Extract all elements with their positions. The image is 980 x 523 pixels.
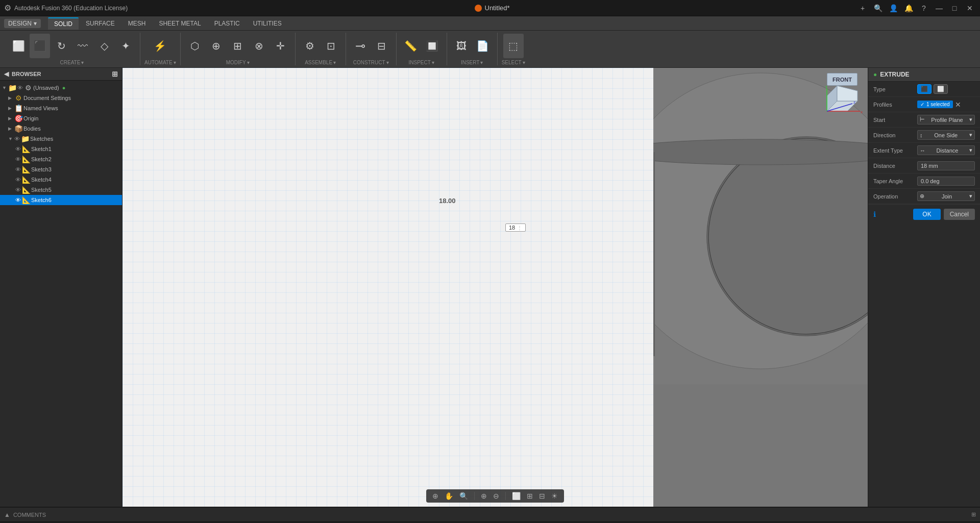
- dimension-menu-icon[interactable]: ⋮: [517, 225, 522, 231]
- start-dropdown[interactable]: ⊢ Profile Plane ▾: [917, 115, 975, 124]
- tree-sketches[interactable]: ▼ 👁 📁 Sketches: [0, 134, 122, 144]
- sketches-folder-icon: 📁: [21, 135, 29, 143]
- distance-row: Distance: [868, 158, 980, 173]
- distance-input[interactable]: [917, 161, 975, 170]
- automate-btn[interactable]: ⚡: [150, 34, 170, 58]
- modify-btn1[interactable]: ⬡: [185, 34, 205, 58]
- profiles-remove-btn[interactable]: ✕: [955, 101, 961, 108]
- design-dropdown[interactable]: DESIGN ▾: [4, 19, 41, 28]
- construct-group: ⊸ ⊟ CONSTRUCT ▾: [346, 33, 397, 65]
- root-folder-icon: 📁: [8, 84, 16, 92]
- browser-collapse-icon[interactable]: ◀: [4, 70, 9, 78]
- new-component-btn[interactable]: ⬜: [8, 34, 29, 58]
- zoom-out-btn[interactable]: ⊖: [491, 491, 501, 501]
- insert-btn1[interactable]: 🖼: [451, 34, 472, 58]
- env-btn[interactable]: ☀: [549, 491, 560, 501]
- svg-text:x: x: [861, 110, 863, 114]
- view-cube-btn[interactable]: ⬜: [510, 491, 523, 501]
- cube-front-face[interactable]: FRONT: [827, 73, 857, 86]
- orbit-btn[interactable]: ⊕: [430, 491, 440, 501]
- extrude-btn[interactable]: ⬛: [30, 34, 50, 58]
- minimize-button[interactable]: —: [933, 2, 945, 14]
- browser-expand-icon[interactable]: ⊞: [112, 70, 118, 78]
- tree-doc-settings[interactable]: ▶ ⚙ Document Settings: [0, 93, 122, 103]
- operation-dropdown[interactable]: ⊕ Join ▾: [917, 191, 975, 201]
- tree-root[interactable]: ▼ 📁 👁 ⚙ (Unsaved) ●: [0, 83, 122, 93]
- inspect-btn2[interactable]: 🔲: [422, 34, 443, 58]
- tab-surface[interactable]: SURFACE: [80, 18, 121, 29]
- direction-dropdown[interactable]: ↕ One Side ▾: [917, 130, 975, 140]
- tree-bodies[interactable]: ▶ 📦 Bodies: [0, 123, 122, 134]
- tree-named-views[interactable]: ▶ 📋 Named Views: [0, 103, 122, 113]
- sweep-btn[interactable]: 〰: [72, 34, 93, 58]
- close-button[interactable]: ✕: [964, 2, 976, 14]
- cancel-button[interactable]: Cancel: [944, 209, 975, 220]
- type-solid-btn[interactable]: ⬛: [917, 84, 932, 94]
- tab-solid[interactable]: SOLID: [48, 17, 79, 30]
- root-eye-icon[interactable]: 👁: [17, 85, 23, 91]
- construct-icon2: ⊟: [377, 41, 386, 51]
- comments-collapse[interactable]: ▲: [4, 511, 10, 518]
- inspect-btn1[interactable]: 📏: [401, 34, 421, 58]
- tab-plastic[interactable]: PLASTIC: [208, 18, 246, 29]
- titlebar-right[interactable]: + 🔍 👤 🔔 ? — □ ✕: [856, 2, 976, 14]
- sketch5-eye[interactable]: 👁: [15, 187, 21, 193]
- sketches-eye-icon[interactable]: 👁: [14, 136, 20, 142]
- insert-tools: 🖼 📄: [451, 33, 493, 59]
- tree-origin[interactable]: ▶ 🎯 Origin: [0, 113, 122, 123]
- display-mode-btn[interactable]: ⊞: [525, 491, 535, 501]
- help-button[interactable]: ?: [918, 2, 930, 14]
- zoom-btn[interactable]: 🔍: [457, 491, 470, 501]
- type-value[interactable]: ⬛ ⬜: [917, 84, 975, 94]
- tree-sketch2[interactable]: 👁 📐 Sketch2: [0, 154, 122, 164]
- insert-btn2[interactable]: 📄: [473, 34, 493, 58]
- add-button[interactable]: +: [856, 2, 869, 14]
- notification-button[interactable]: 🔔: [902, 2, 915, 14]
- zoom-in-btn[interactable]: ⊕: [479, 491, 489, 501]
- comments-expand[interactable]: ⊞: [971, 511, 976, 518]
- search-button[interactable]: 🔍: [872, 2, 884, 14]
- info-icon[interactable]: ℹ: [873, 210, 876, 218]
- taper-input[interactable]: [917, 177, 975, 186]
- ok-button[interactable]: OK: [913, 209, 940, 220]
- tab-mesh[interactable]: MESH: [122, 18, 152, 29]
- construct-btn2[interactable]: ⊟: [372, 34, 392, 58]
- select-btn[interactable]: ⬚: [503, 34, 524, 58]
- tree-sketch4[interactable]: 👁 📐 Sketch4: [0, 175, 122, 185]
- tab-sheet-metal[interactable]: SHEET METAL: [153, 18, 207, 29]
- revolve-btn[interactable]: ↻: [51, 34, 71, 58]
- modify-btn4[interactable]: ⊗: [249, 34, 270, 58]
- assemble-btn1[interactable]: ⚙: [300, 34, 320, 58]
- construct-arrow: ▾: [386, 60, 389, 65]
- tree-sketch6[interactable]: 👁 📐 Sketch6: [0, 195, 122, 205]
- grid-btn[interactable]: ⊟: [537, 491, 547, 501]
- tree-sketch5[interactable]: 👁 📐 Sketch5: [0, 185, 122, 195]
- tree-sketch3[interactable]: 👁 📐 Sketch3: [0, 164, 122, 175]
- sketch2-eye[interactable]: 👁: [15, 156, 21, 162]
- extent-type-dropdown[interactable]: ↔ Distance ▾: [917, 145, 975, 155]
- modify-btn3[interactable]: ⊞: [228, 34, 248, 58]
- sketch3-eye[interactable]: 👁: [15, 166, 21, 172]
- root-dot: ●: [62, 85, 66, 91]
- nav-cube[interactable]: FRONT x y z: [822, 73, 863, 114]
- sketch4-eye[interactable]: 👁: [15, 177, 21, 183]
- tab-utilities[interactable]: UTILITIES: [247, 18, 288, 29]
- modify-btn2[interactable]: ⊕: [206, 34, 227, 58]
- tree-sketch1[interactable]: 👁 📐 Sketch1: [0, 144, 122, 154]
- viewport[interactable]: 18 ⋮ 18.00: [122, 68, 868, 507]
- root-settings-icon: ⚙: [24, 84, 32, 92]
- assemble-btn2[interactable]: ⊡: [321, 34, 341, 58]
- type-surface-btn[interactable]: ⬜: [934, 84, 948, 94]
- loft-btn[interactable]: ◇: [94, 34, 114, 58]
- sketch6-eye[interactable]: 👁: [15, 197, 21, 203]
- move-btn[interactable]: ✛: [271, 34, 291, 58]
- construct-label: CONSTRUCT ▾: [353, 60, 389, 65]
- pan-btn[interactable]: ✋: [443, 491, 455, 501]
- account-button[interactable]: 👤: [887, 2, 899, 14]
- rib-btn[interactable]: ✦: [115, 34, 136, 58]
- dimension-input[interactable]: 18 ⋮: [505, 223, 526, 232]
- ribbon-tabs: DESIGN ▾ SOLID SURFACE MESH SHEET METAL …: [0, 16, 980, 31]
- maximize-button[interactable]: □: [948, 2, 961, 14]
- construct-btn1[interactable]: ⊸: [350, 34, 371, 58]
- sketch1-eye[interactable]: 👁: [15, 146, 21, 152]
